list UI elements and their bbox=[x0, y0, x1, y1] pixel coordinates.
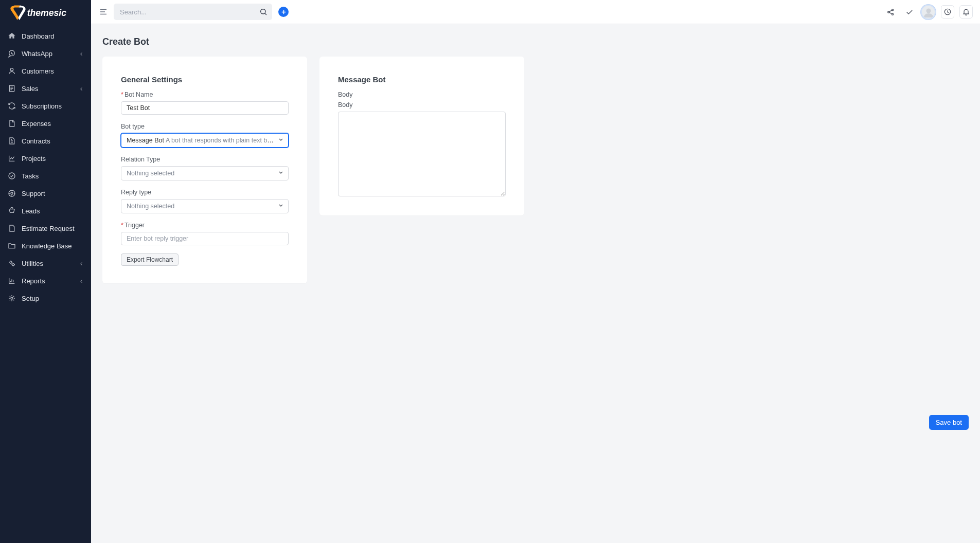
chevron-down-icon bbox=[278, 203, 284, 210]
sidebar-item-projects[interactable]: Projects bbox=[0, 150, 91, 167]
refresh-icon bbox=[7, 101, 16, 111]
sidebar-item-reports[interactable]: Reports bbox=[0, 272, 91, 289]
bot-type-value: Message BotA bot that responds with plai… bbox=[127, 137, 274, 144]
folder-icon bbox=[7, 241, 16, 250]
chevron-left-icon bbox=[79, 260, 85, 266]
bot-name-input[interactable] bbox=[121, 101, 289, 115]
trigger-label: *Trigger bbox=[121, 222, 289, 229]
add-button[interactable] bbox=[278, 7, 289, 17]
check-button[interactable] bbox=[902, 5, 916, 19]
sidebar-item-label: Utilities bbox=[22, 260, 43, 267]
sidebar-item-label: Subscriptions bbox=[22, 102, 62, 110]
svg-point-14 bbox=[926, 8, 931, 13]
sidebar-item-label: Leads bbox=[22, 207, 40, 215]
general-settings-title: General Settings bbox=[121, 75, 289, 84]
document-lines-icon bbox=[7, 84, 16, 93]
search-icon bbox=[259, 8, 268, 16]
chevron-left-icon bbox=[79, 50, 85, 57]
svg-point-13 bbox=[892, 13, 893, 15]
sidebar-item-label: Tasks bbox=[22, 172, 39, 180]
reply-type-value: Nothing selected bbox=[127, 203, 174, 210]
sidebar-item-tasks[interactable]: Tasks bbox=[0, 167, 91, 185]
export-flowchart-button[interactable]: Export Flowchart bbox=[121, 254, 179, 266]
svg-point-10 bbox=[261, 9, 265, 14]
sidebar-item-subscriptions[interactable]: Subscriptions bbox=[0, 97, 91, 115]
bar-chart-icon bbox=[7, 276, 16, 285]
svg-point-7 bbox=[10, 261, 12, 263]
avatar-placeholder-icon bbox=[922, 6, 935, 19]
sidebar-item-label: Projects bbox=[22, 155, 46, 162]
history-button[interactable] bbox=[941, 5, 954, 19]
sidebar-item-contracts[interactable]: Contracts bbox=[0, 132, 91, 150]
message-bot-title: Message Bot bbox=[338, 75, 506, 84]
search-input[interactable] bbox=[114, 4, 272, 20]
search-box bbox=[114, 4, 272, 20]
trigger-input[interactable] bbox=[121, 232, 289, 245]
message-bot-card: Message Bot Body Body bbox=[319, 57, 524, 215]
chart-icon bbox=[7, 154, 16, 163]
sidebar-item-label: Knowledge Base bbox=[22, 242, 72, 250]
relation-type-select[interactable]: Nothing selected bbox=[121, 166, 289, 180]
sidebar-item-setup[interactable]: Setup bbox=[0, 289, 91, 307]
page-title: Create Bot bbox=[102, 37, 969, 47]
sidebar-nav: Dashboard WhatsApp Customers Sales Subsc… bbox=[0, 24, 91, 307]
relation-type-label: Relation Type bbox=[121, 156, 289, 163]
whatsapp-icon bbox=[7, 49, 16, 58]
logo-icon: themesic bbox=[8, 3, 71, 22]
chevron-left-icon bbox=[79, 278, 85, 284]
sidebar-item-label: Contracts bbox=[22, 137, 50, 145]
menu-icon bbox=[99, 7, 108, 16]
bot-name-label: *Bot Name bbox=[121, 91, 289, 98]
sidebar-item-dashboard[interactable]: Dashboard bbox=[0, 27, 91, 45]
svg-text:themesic: themesic bbox=[27, 7, 67, 17]
relation-type-value: Nothing selected bbox=[127, 170, 174, 177]
file-text-icon bbox=[7, 136, 16, 146]
search-button[interactable] bbox=[259, 7, 268, 16]
topbar bbox=[91, 0, 980, 24]
sidebar-item-label: Expenses bbox=[22, 120, 51, 128]
body-textarea[interactable] bbox=[338, 112, 506, 196]
user-avatar[interactable] bbox=[921, 5, 936, 20]
sidebar-item-label: Reports bbox=[22, 277, 45, 285]
file-blank-icon bbox=[7, 224, 16, 233]
menu-toggle-button[interactable] bbox=[98, 7, 109, 17]
chevron-left-icon bbox=[79, 85, 85, 92]
sidebar-item-leads[interactable]: Leads bbox=[0, 202, 91, 220]
gear-icon bbox=[7, 294, 16, 303]
save-bot-button[interactable]: Save bot bbox=[929, 415, 969, 430]
sidebar-item-label: Setup bbox=[22, 295, 39, 302]
plus-icon bbox=[280, 9, 287, 15]
svg-point-12 bbox=[892, 9, 893, 10]
bell-icon bbox=[962, 8, 970, 16]
share-icon bbox=[886, 8, 895, 16]
sidebar-item-utilities[interactable]: Utilities bbox=[0, 255, 91, 272]
brand-logo[interactable]: themesic bbox=[0, 0, 91, 24]
sidebar-item-knowledge-base[interactable]: Knowledge Base bbox=[0, 237, 91, 255]
sidebar-item-customers[interactable]: Customers bbox=[0, 62, 91, 80]
sidebar-item-label: Dashboard bbox=[22, 32, 55, 40]
sidebar-item-sales[interactable]: Sales bbox=[0, 80, 91, 97]
sidebar-item-estimate-request[interactable]: Estimate Request bbox=[0, 220, 91, 237]
sidebar-item-label: Support bbox=[22, 190, 45, 197]
sidebar-item-whatsapp[interactable]: WhatsApp bbox=[0, 45, 91, 62]
leads-icon bbox=[7, 206, 16, 215]
clock-icon bbox=[943, 8, 952, 16]
notifications-button[interactable] bbox=[959, 5, 973, 19]
check-icon bbox=[905, 8, 914, 16]
svg-point-2 bbox=[10, 68, 13, 71]
body-label-2: Body bbox=[338, 101, 506, 108]
gears-icon bbox=[7, 259, 16, 268]
sidebar-item-label: Customers bbox=[22, 67, 54, 75]
reply-type-label: Reply type bbox=[121, 189, 289, 196]
sidebar-item-expenses[interactable]: Expenses bbox=[0, 115, 91, 132]
user-icon bbox=[7, 66, 16, 76]
chevron-down-icon bbox=[278, 137, 284, 144]
reply-type-select[interactable]: Nothing selected bbox=[121, 199, 289, 213]
bot-type-select[interactable]: Message BotA bot that responds with plai… bbox=[121, 133, 289, 148]
bot-type-label: Bot type bbox=[121, 123, 289, 130]
home-icon bbox=[7, 31, 16, 41]
page-content: Create Bot General Settings *Bot Name Bo… bbox=[91, 24, 980, 543]
sidebar-item-support[interactable]: Support bbox=[0, 185, 91, 202]
share-button[interactable] bbox=[884, 5, 897, 19]
svg-point-6 bbox=[11, 192, 13, 194]
